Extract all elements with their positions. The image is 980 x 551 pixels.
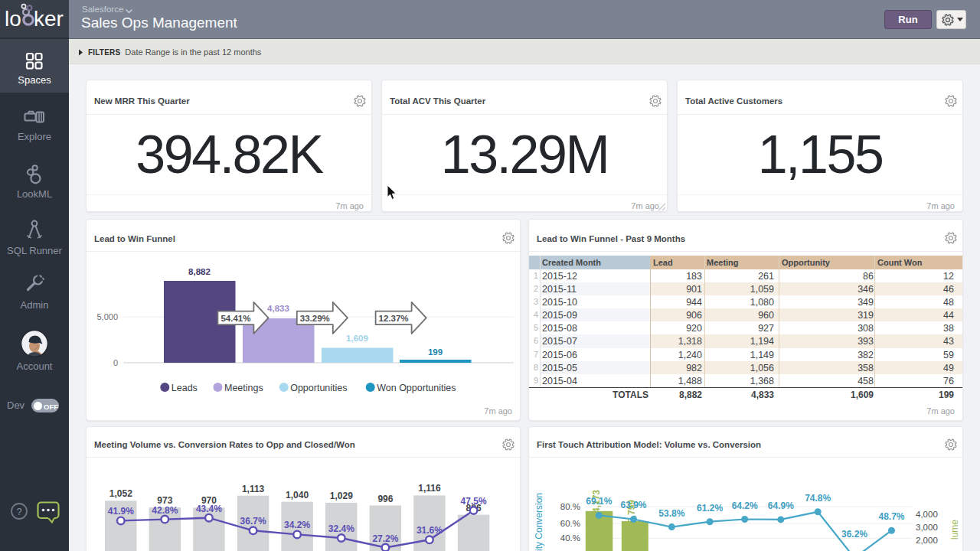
svg-text:lume: lume [949, 520, 960, 540]
svg-text:lo: lo [5, 7, 21, 31]
svg-text:27.2%: 27.2% [372, 533, 398, 544]
svg-text:199: 199 [428, 347, 443, 357]
svg-text:Leads: Leads [172, 383, 198, 393]
svg-text:31.6%: 31.6% [416, 525, 443, 536]
svg-text:Meetings: Meetings [224, 383, 263, 393]
svg-text:ker: ker [34, 7, 64, 31]
svg-text:Opportunities: Opportunities [290, 383, 347, 393]
svg-text:63.9%: 63.9% [620, 500, 646, 510]
svg-text:8,882: 8,882 [188, 267, 211, 276]
svg-text:3,000: 3,000 [916, 523, 938, 532]
svg-text:Won Opportunities: Won Opportunities [377, 383, 456, 393]
svg-text:ity Conversion: ity Conversion [534, 493, 544, 551]
svg-text:64.9%: 64.9% [768, 500, 794, 511]
svg-text:54.41%: 54.41% [220, 314, 250, 323]
svg-text:64.2%: 64.2% [732, 500, 758, 511]
svg-text:?: ? [16, 506, 21, 517]
svg-text:33.29%: 33.29% [300, 314, 330, 323]
svg-text:53.8%: 53.8% [658, 508, 684, 519]
svg-text:0: 0 [113, 358, 118, 367]
svg-text:4,000: 4,000 [916, 510, 938, 519]
svg-text:36.7%: 36.7% [240, 516, 266, 527]
svg-text:1,609: 1,609 [346, 334, 368, 343]
svg-text:74.8%: 74.8% [805, 493, 831, 504]
svg-text:1,116: 1,116 [418, 483, 441, 494]
svg-text:1,029: 1,029 [330, 491, 353, 501]
svg-text:61.2%: 61.2% [697, 503, 723, 514]
svg-text:1,113: 1,113 [242, 484, 265, 494]
svg-text:47.5%: 47.5% [461, 496, 487, 507]
svg-text:41.9%: 41.9% [108, 506, 134, 517]
svg-text:996: 996 [377, 494, 393, 504]
svg-text:42.8%: 42.8% [152, 505, 178, 516]
svg-text:36.2%: 36.2% [841, 529, 867, 540]
svg-text:48.7%: 48.7% [878, 511, 904, 522]
svg-text:2,000: 2,000 [916, 536, 938, 545]
svg-text:12.37%: 12.37% [379, 314, 409, 323]
svg-text:40.%: 40.% [560, 533, 580, 543]
svg-text:60.%: 60.% [560, 519, 580, 528]
svg-text:43.4%: 43.4% [196, 504, 222, 514]
svg-text:4,833: 4,833 [267, 304, 289, 313]
svg-text:5,000: 5,000 [96, 312, 118, 321]
svg-text:69.1%: 69.1% [586, 496, 612, 507]
svg-text:80.%: 80.% [560, 502, 580, 511]
svg-text:1,040: 1,040 [286, 490, 309, 500]
svg-text:34.2%: 34.2% [284, 520, 310, 530]
svg-text:32.4%: 32.4% [328, 523, 354, 534]
svg-text:1,052: 1,052 [109, 488, 132, 499]
